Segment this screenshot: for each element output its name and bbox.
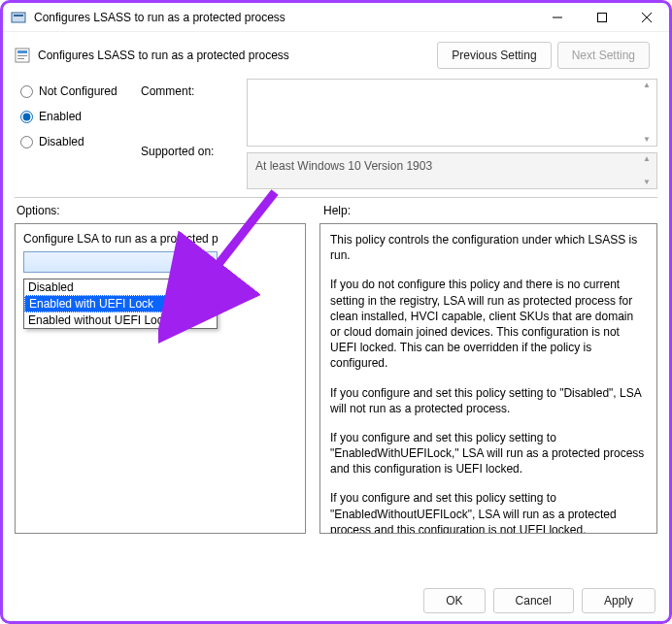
policy-header: Configures LSASS to run as a protected p… <box>3 32 669 73</box>
radio-not-configured-input[interactable] <box>20 85 33 98</box>
scroll-down-icon: ▼ <box>643 136 655 144</box>
radio-label: Disabled <box>39 135 84 148</box>
minimize-button[interactable] <box>535 3 580 32</box>
supported-on-value: At least Windows 10 Version 1903 <box>255 159 432 173</box>
next-setting-button[interactable]: Next Setting <box>557 42 650 69</box>
policy-title: Configures LSASS to run as a protected p… <box>38 49 429 62</box>
option-label: Configure LSA to run as a protected p <box>23 232 297 246</box>
comment-textarea[interactable]: ▲▼ <box>247 79 657 147</box>
svg-rect-7 <box>17 50 27 53</box>
comment-label: Comment: <box>141 84 243 98</box>
dropdown-option-disabled[interactable]: Disabled <box>24 279 217 295</box>
close-button[interactable] <box>624 3 669 32</box>
svg-rect-9 <box>17 58 24 59</box>
radio-enabled[interactable]: Enabled <box>20 110 137 123</box>
radio-not-configured[interactable]: Not Configured <box>20 84 137 98</box>
svg-rect-3 <box>598 13 607 21</box>
scroll-down-icon: ▼ <box>643 179 655 186</box>
window-frame: Configures LSASS to run as a protected p… <box>0 0 672 624</box>
radio-label: Enabled <box>39 110 82 123</box>
dropdown-option-enabled-uefi-lock[interactable]: Enabled with UEFI Lock <box>24 295 217 312</box>
dialog-footer: OK Cancel Apply <box>423 588 655 613</box>
ok-button[interactable]: OK <box>423 588 485 613</box>
apply-button[interactable]: Apply <box>582 588 655 613</box>
dropdown-option-enabled-no-uefi-lock[interactable]: Enabled without UEFI Lock <box>24 312 217 328</box>
lsa-mode-dropdown: Disabled Enabled with UEFI Lock Enabled … <box>23 279 218 329</box>
policy-icon <box>15 48 30 63</box>
radio-label: Not Configured <box>39 84 118 98</box>
options-section-label: Options: <box>17 204 60 217</box>
svg-rect-1 <box>14 15 23 16</box>
titlebar: Configures LSASS to run as a protected p… <box>3 3 669 32</box>
svg-rect-8 <box>17 55 27 56</box>
help-paragraph: If you configure and set this policy set… <box>330 430 647 477</box>
help-paragraph: If you configure and set this policy set… <box>330 490 647 534</box>
divider <box>15 197 657 198</box>
maximize-button[interactable] <box>580 3 624 32</box>
lsa-mode-combobox[interactable] <box>23 251 218 273</box>
previous-setting-button[interactable]: Previous Setting <box>437 42 551 69</box>
scroll-up-icon: ▲ <box>643 155 655 163</box>
radio-enabled-input[interactable] <box>20 111 33 123</box>
help-section-label: Help: <box>323 204 351 217</box>
supported-label: Supported on: <box>141 145 243 158</box>
window-title: Configures LSASS to run as a protected p… <box>34 11 535 24</box>
gpedit-icon <box>11 10 26 25</box>
cancel-button[interactable]: Cancel <box>493 588 574 613</box>
help-paragraph: This policy controls the configuration u… <box>330 232 647 263</box>
options-panel: Configure LSA to run as a protected p Di… <box>15 223 306 534</box>
chevron-down-icon <box>203 255 213 269</box>
help-paragraph: If you configure and set this policy set… <box>330 385 647 416</box>
svg-rect-0 <box>12 13 25 22</box>
supported-on-field: At least Windows 10 Version 1903 ▲▼ <box>247 152 657 189</box>
radio-disabled-input[interactable] <box>20 136 33 148</box>
radio-disabled[interactable]: Disabled <box>20 135 137 148</box>
help-panel: This policy controls the configuration u… <box>319 223 657 534</box>
help-paragraph: If you do not configure this policy and … <box>330 277 647 371</box>
scroll-up-icon: ▲ <box>643 82 655 89</box>
